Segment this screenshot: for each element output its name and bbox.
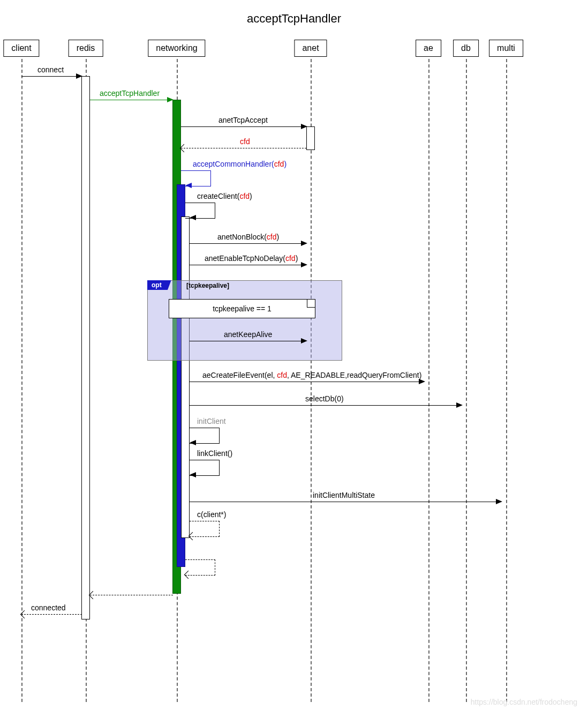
opt-guard: [tcpkeepalive] [186, 282, 229, 289]
msg-networking-redis-return [90, 595, 173, 595]
activation-networking-white [181, 216, 190, 538]
activation-anet-accept [306, 126, 315, 150]
arrow-icon [496, 499, 502, 504]
msg-initclientmultistate [190, 502, 499, 502]
arrow-icon [190, 440, 196, 445]
msg-anetnonblock [190, 243, 304, 244]
msg-connected [21, 614, 82, 615]
lifeline-multi [506, 59, 507, 702]
arrow-icon [89, 591, 97, 600]
sequence-diagram: { "diagram": { "title": "acceptTcpHandle… [0, 0, 588, 717]
opt-note: tcpkeepalive == 1 [169, 299, 315, 318]
msg-connected-label: connected [31, 603, 66, 612]
msg-anetkeepalive [190, 341, 304, 341]
arrow-icon [185, 183, 192, 188]
msg-anetenabletcpnodelay [190, 265, 304, 265]
page-title: acceptTcpHandler [0, 12, 588, 26]
participant-multi: multi [489, 40, 523, 57]
lifeline-ae [428, 59, 429, 702]
msg-initclient-label: initClient [197, 417, 226, 425]
arrow-icon [301, 241, 307, 246]
msg-aecreatefileevent-label: aeCreateFileEvent(el, cfd, AE_READABLE,r… [202, 371, 421, 379]
opt-label: opt [147, 280, 171, 290]
activation-redis [81, 76, 90, 619]
lifeline-db [466, 59, 467, 702]
opt-frame: opt [tcpkeepalive] [147, 280, 342, 361]
arrow-icon [190, 215, 196, 220]
msg-cclient-return-label: c(client*) [197, 510, 226, 519]
participant-anet: anet [294, 40, 327, 57]
arrow-icon [419, 379, 425, 384]
arrow-icon [301, 338, 307, 343]
opt-note-text: tcpkeepalive == 1 [213, 304, 272, 313]
msg-cfd-return [181, 148, 306, 148]
msg-selectdb-label: selectDb(0) [305, 394, 344, 403]
arrow-icon [190, 472, 196, 477]
participant-ae: ae [416, 40, 441, 57]
msg-anettcpaccept [181, 126, 304, 127]
msg-connect-label: connect [37, 65, 64, 74]
arrow-icon [456, 402, 463, 408]
participant-db: db [453, 40, 479, 57]
arrow-icon [167, 97, 174, 102]
msg-anettcpaccept-label: anetTcpAccept [218, 116, 268, 124]
msg-accepttcphandler-label: acceptTcpHandler [100, 89, 160, 98]
participant-client: client [3, 40, 39, 57]
arrow-icon [301, 124, 307, 129]
msg-anetnonblock-label: anetNonBlock(cfd) [217, 233, 279, 241]
msg-connect [21, 76, 79, 77]
msg-accepttcphandler [90, 100, 170, 100]
msg-selectdb [190, 405, 459, 406]
msg-cfd-return-label: cfd [240, 137, 250, 146]
note-corner-icon [307, 300, 315, 308]
msg-createclient-label: createClient(cfd) [197, 192, 252, 200]
participant-networking: networking [148, 40, 205, 57]
msg-linkclient-label: linkClient() [197, 449, 232, 458]
msg-initclientmultistate-label: initClientMultiState [313, 491, 375, 499]
msg-acceptcommonhandler-label: acceptCommonHandler(cfd) [193, 160, 287, 168]
arrow-icon [180, 144, 189, 153]
participant-redis: redis [69, 40, 103, 57]
watermark: https://blog.csdn.net/frodocheng [471, 698, 577, 706]
arrow-icon [301, 262, 307, 267]
msg-anetenabletcpnodelay-label: anetEnableTcpNoDelay(cfd) [205, 254, 298, 263]
msg-aecreatefileevent [190, 382, 422, 382]
msg-anetkeepalive-label: anetKeepAlive [224, 330, 272, 339]
lifeline-client [21, 59, 22, 702]
arrow-icon [76, 73, 82, 79]
lifeline-anet [311, 59, 312, 702]
